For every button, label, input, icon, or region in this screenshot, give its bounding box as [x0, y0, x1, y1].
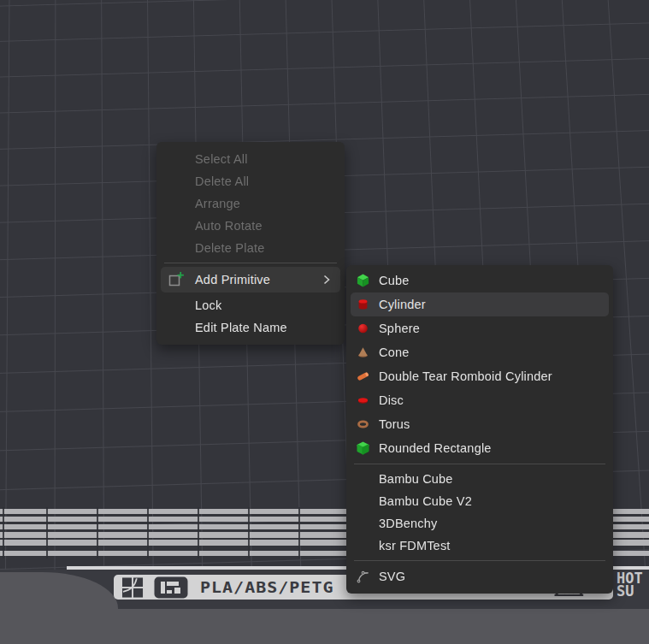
menu-item-delete-all[interactable]: Delete All	[156, 170, 345, 192]
svg-import-icon	[356, 569, 371, 584]
submenu-item-ksr-fdmtest[interactable]: ksr FDMTest	[346, 535, 613, 557]
menu-item-delete-plate[interactable]: Delete Plate	[156, 237, 345, 259]
submenu-item-label: Double Tear Romboid Cylinder	[379, 369, 552, 383]
menu-item-label: Delete All	[195, 174, 249, 188]
menu-item-label: Edit Plate Name	[195, 321, 287, 334]
submenu-item-label: 3DBenchy	[379, 517, 438, 530]
submenu-item-label: ksr FDMTest	[379, 539, 451, 552]
submenu-item-torus[interactable]: Torus	[346, 412, 613, 436]
add-primitive-icon	[168, 271, 185, 288]
menu-item-label: Delete Plate	[195, 241, 264, 255]
submenu-item-svg[interactable]: SVG	[346, 564, 613, 588]
cone-icon	[356, 346, 370, 360]
torus-icon	[356, 417, 370, 432]
cube-icon	[356, 274, 370, 288]
cylinder-icon	[356, 298, 370, 312]
submenu-item-bambu-cube-v2[interactable]: Bambu Cube V2	[346, 490, 613, 512]
submenu-item-cone[interactable]: Cone	[346, 340, 613, 364]
add-primitive-submenu: Cube Cylinder Sphere	[346, 265, 613, 594]
rounded-rectangle-icon	[356, 441, 370, 456]
menu-item-auto-rotate[interactable]: Auto Rotate	[156, 215, 345, 237]
menu-separator	[164, 263, 337, 263]
submenu-item-label: SVG	[379, 570, 405, 583]
sphere-icon	[356, 322, 370, 336]
submenu-item-label: Bambu Cube V2	[379, 494, 472, 508]
plate-context-menu: Select All Delete All Arrange Auto Rotat…	[156, 142, 345, 345]
menu-item-arrange[interactable]: Arrange	[156, 192, 345, 215]
submenu-item-rounded-rectangle[interactable]: Rounded Rectangle	[346, 436, 613, 460]
submenu-item-3dbenchy[interactable]: 3DBenchy	[346, 512, 613, 535]
submenu-item-label: Cylinder	[379, 298, 426, 311]
submenu-item-disc[interactable]: Disc	[346, 388, 613, 412]
menu-item-label: Arrange	[195, 197, 240, 210]
disc-icon	[356, 393, 370, 408]
submenu-item-double-tear-romboid-cylinder[interactable]: Double Tear Romboid Cylinder	[346, 364, 613, 388]
submenu-item-sphere[interactable]: Sphere	[346, 316, 613, 340]
menu-separator	[354, 464, 605, 464]
submenu-item-bambu-cube[interactable]: Bambu Cube	[346, 468, 613, 490]
hot-surface-line2: SU	[617, 585, 649, 598]
submenu-item-label: Cone	[379, 346, 409, 359]
hot-surface-warning-text: HOT SU	[617, 572, 649, 598]
menu-item-edit-plate-name[interactable]: Edit Plate Name	[156, 316, 345, 339]
plate-badge-icon	[154, 576, 188, 599]
submenu-item-label: Cube	[379, 274, 409, 287]
menu-item-label: Auto Rotate	[195, 219, 263, 233]
menu-item-label: Lock	[195, 298, 221, 312]
plate-name-label: PLA/ABS/PETG	[200, 577, 334, 596]
menu-separator	[354, 560, 605, 561]
submenu-item-label: Torus	[379, 417, 410, 431]
submenu-item-label: Bambu Cube	[379, 472, 453, 486]
menu-item-label: Add Primitive	[195, 273, 270, 287]
menu-item-select-all[interactable]: Select All	[156, 148, 345, 170]
submenu-item-label: Disc	[379, 393, 404, 407]
submenu-item-cylinder[interactable]: Cylinder	[351, 292, 609, 316]
menu-item-lock[interactable]: Lock	[156, 294, 345, 316]
submenu-item-label: Sphere	[379, 322, 420, 335]
double-tear-romboid-cylinder-icon	[356, 369, 370, 384]
submenu-item-cube[interactable]: Cube	[346, 269, 613, 292]
menu-item-label: Select All	[195, 152, 248, 166]
bambu-logo-icon	[122, 577, 144, 598]
menu-item-add-primitive[interactable]: Add Primitive	[161, 267, 340, 292]
submenu-item-label: Rounded Rectangle	[379, 441, 492, 455]
chevron-right-icon	[322, 274, 331, 286]
